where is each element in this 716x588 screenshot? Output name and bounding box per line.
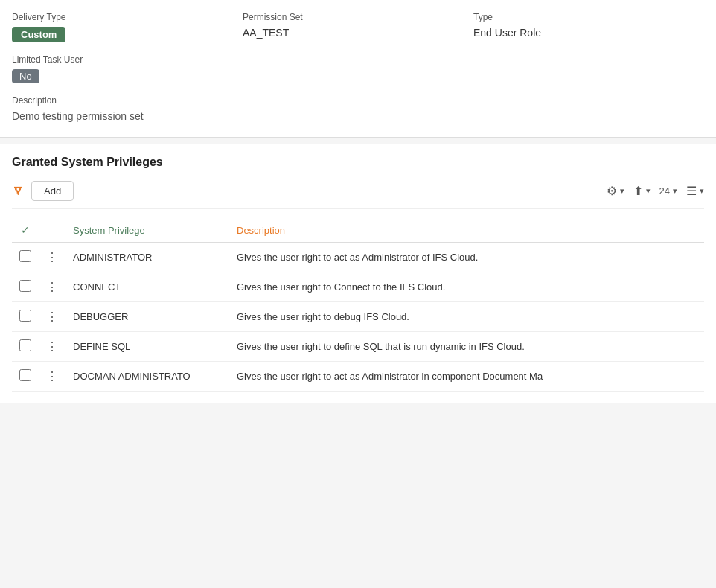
table-row: ⋮ ADMINISTRATOR Gives the user right to … bbox=[12, 243, 704, 272]
settings-chevron: ▾ bbox=[620, 186, 624, 196]
header-menu-col bbox=[39, 218, 65, 243]
permission-set-value: AA_TEST bbox=[243, 27, 458, 39]
no-badge: No bbox=[12, 69, 39, 83]
type-group: Type End User Role bbox=[473, 12, 704, 42]
items-per-page-value: 24 bbox=[659, 185, 670, 196]
permission-set-group: Permission Set AA_TEST bbox=[243, 12, 473, 42]
row-privilege: ADMINISTRATOR bbox=[65, 243, 229, 272]
row-checkbox[interactable] bbox=[19, 339, 31, 351]
view-icon: ☰ bbox=[686, 184, 697, 198]
bottom-section: Granted System Privileges ⛛ Add ⚙ ▾ ⬆ ▾ … bbox=[0, 144, 716, 403]
description-row: Description Demo testing permission set bbox=[12, 95, 704, 122]
row-privilege: DEFINE SQL bbox=[65, 332, 229, 362]
row-menu-cell[interactable]: ⋮ bbox=[39, 362, 65, 392]
row-check-cell[interactable] bbox=[12, 332, 39, 362]
fields-row: Delivery Type Custom Permission Set AA_T… bbox=[12, 12, 704, 42]
privileges-table: ✓ System Privilege Description ⋮ ADMINIS… bbox=[12, 218, 704, 392]
pagination-chevron: ▾ bbox=[673, 186, 677, 196]
row-description: Gives the user right to Connect to the I… bbox=[229, 272, 704, 302]
row-description: Gives the user right to define SQL that … bbox=[229, 332, 704, 362]
row-menu-cell[interactable]: ⋮ bbox=[39, 243, 65, 272]
toolbar-left: ⛛ Add bbox=[12, 181, 601, 201]
row-description: Gives the user right to debug IFS Cloud. bbox=[229, 302, 704, 332]
description-value: Demo testing permission set bbox=[12, 110, 704, 122]
header-description[interactable]: Description bbox=[229, 218, 704, 243]
toolbar-right: ⚙ ▾ ⬆ ▾ 24 ▾ ☰ ▾ bbox=[607, 184, 704, 198]
table-body: ⋮ ADMINISTRATOR Gives the user right to … bbox=[12, 243, 704, 392]
row-check-cell[interactable] bbox=[12, 272, 39, 302]
row-check-cell[interactable] bbox=[12, 243, 39, 272]
type-label: Type bbox=[473, 12, 689, 22]
table-container: ✓ System Privilege Description ⋮ ADMINIS… bbox=[12, 218, 704, 392]
row-checkbox[interactable] bbox=[19, 369, 31, 381]
settings-control[interactable]: ⚙ ▾ bbox=[607, 184, 624, 198]
row-checkbox[interactable] bbox=[19, 280, 31, 292]
type-value: End User Role bbox=[473, 27, 689, 39]
header-check-col: ✓ bbox=[12, 218, 39, 243]
view-control[interactable]: ☰ ▾ bbox=[686, 184, 704, 198]
header-privilege[interactable]: System Privilege bbox=[65, 218, 229, 243]
row-menu-icon[interactable]: ⋮ bbox=[46, 281, 58, 293]
permission-set-label: Permission Set bbox=[243, 12, 458, 22]
row-menu-cell[interactable]: ⋮ bbox=[39, 302, 65, 332]
delivery-type-label: Delivery Type bbox=[12, 12, 228, 22]
header-checkmark: ✓ bbox=[19, 224, 31, 236]
limited-task-label: Limited Task User bbox=[12, 54, 704, 65]
row-menu-icon[interactable]: ⋮ bbox=[46, 370, 58, 383]
top-section: Delivery Type Custom Permission Set AA_T… bbox=[0, 0, 716, 138]
limited-task-badge-wrap: No bbox=[12, 69, 704, 83]
table-row: ⋮ DOCMAN ADMINISTRATO Gives the user rig… bbox=[12, 362, 704, 392]
delivery-type-group: Delivery Type Custom bbox=[12, 12, 243, 42]
table-row: ⋮ DEBUGGER Gives the user right to debug… bbox=[12, 302, 704, 332]
filter-icon[interactable]: ⛛ bbox=[12, 183, 25, 199]
limited-task-row: Limited Task User No bbox=[12, 54, 704, 83]
toolbar: ⛛ Add ⚙ ▾ ⬆ ▾ 24 ▾ ☰ ▾ bbox=[12, 181, 704, 209]
row-privilege: CONNECT bbox=[65, 272, 229, 302]
row-menu-cell[interactable]: ⋮ bbox=[39, 272, 65, 302]
export-chevron: ▾ bbox=[646, 186, 651, 196]
row-checkbox[interactable] bbox=[19, 250, 31, 262]
row-description: Gives the user right to act as Administr… bbox=[229, 243, 704, 272]
table-row: ⋮ DEFINE SQL Gives the user right to def… bbox=[12, 332, 704, 362]
delivery-type-badge: Custom bbox=[12, 27, 228, 42]
table-header: ✓ System Privilege Description bbox=[12, 218, 704, 243]
row-checkbox[interactable] bbox=[19, 310, 31, 322]
section-title: Granted System Privileges bbox=[12, 156, 704, 169]
gear-icon: ⚙ bbox=[607, 184, 617, 198]
row-description: Gives the user right to act as Administr… bbox=[229, 362, 704, 392]
row-check-cell[interactable] bbox=[12, 302, 39, 332]
description-label: Description bbox=[12, 95, 704, 106]
export-control[interactable]: ⬆ ▾ bbox=[633, 184, 651, 198]
export-icon: ⬆ bbox=[633, 184, 643, 198]
add-button[interactable]: Add bbox=[31, 181, 74, 201]
custom-badge: Custom bbox=[12, 27, 65, 42]
row-menu-cell[interactable]: ⋮ bbox=[39, 332, 65, 362]
pagination-control[interactable]: 24 ▾ bbox=[659, 185, 677, 196]
row-menu-icon[interactable]: ⋮ bbox=[46, 251, 58, 263]
view-chevron: ▾ bbox=[700, 186, 704, 196]
row-privilege: DEBUGGER bbox=[65, 302, 229, 332]
row-menu-icon[interactable]: ⋮ bbox=[46, 310, 58, 323]
row-menu-icon[interactable]: ⋮ bbox=[46, 340, 58, 353]
table-row: ⋮ CONNECT Gives the user right to Connec… bbox=[12, 272, 704, 302]
row-privilege: DOCMAN ADMINISTRATO bbox=[65, 362, 229, 392]
row-check-cell[interactable] bbox=[12, 362, 39, 392]
